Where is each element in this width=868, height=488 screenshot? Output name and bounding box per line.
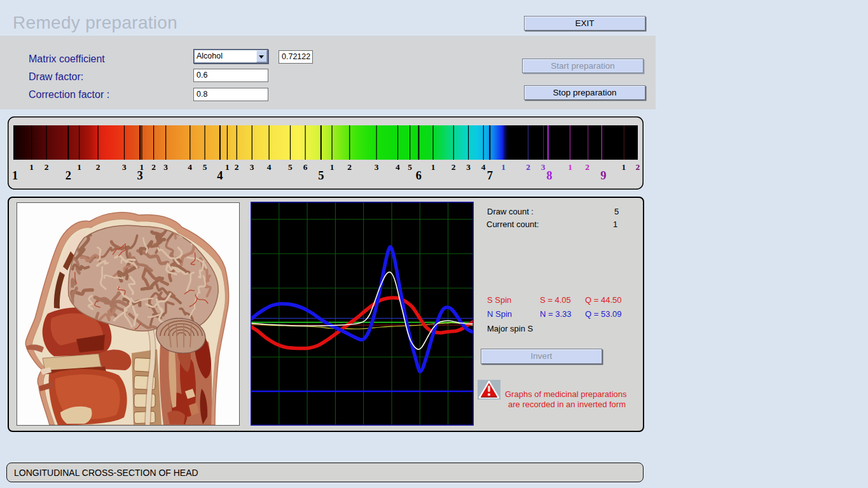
svg-text:3: 3: [250, 162, 254, 172]
svg-text:2: 2: [347, 162, 352, 172]
svg-text:1: 1: [77, 162, 81, 172]
svg-text:9: 9: [600, 169, 606, 182]
svg-text:2: 2: [636, 162, 640, 172]
svg-text:2: 2: [96, 162, 100, 172]
svg-text:1: 1: [621, 162, 626, 172]
svg-text:3: 3: [466, 162, 471, 172]
svg-text:1: 1: [12, 169, 18, 182]
svg-text:4: 4: [217, 169, 223, 182]
svg-text:5: 5: [318, 169, 324, 182]
svg-text:5: 5: [203, 162, 207, 172]
svg-text:8: 8: [546, 169, 552, 182]
svg-text:3: 3: [163, 162, 168, 172]
svg-text:2: 2: [235, 162, 239, 172]
svg-text:7: 7: [487, 169, 493, 182]
svg-text:5: 5: [288, 162, 293, 172]
svg-text:1: 1: [29, 162, 34, 172]
svg-text:2: 2: [45, 162, 49, 172]
svg-text:2: 2: [151, 162, 156, 172]
svg-text:6: 6: [416, 169, 422, 182]
svg-text:3: 3: [122, 162, 127, 172]
svg-text:1: 1: [501, 162, 506, 172]
svg-text:3: 3: [541, 162, 546, 172]
svg-text:4: 4: [188, 162, 192, 172]
svg-text:1: 1: [431, 162, 436, 172]
svg-text:2: 2: [65, 169, 71, 182]
svg-text:5: 5: [408, 162, 412, 172]
svg-text:1: 1: [330, 162, 334, 172]
svg-text:4: 4: [396, 162, 400, 172]
svg-text:3: 3: [375, 162, 379, 172]
svg-text:3: 3: [137, 169, 143, 182]
svg-text:4: 4: [481, 162, 486, 172]
svg-text:1: 1: [568, 162, 572, 172]
svg-text:4: 4: [267, 162, 272, 172]
svg-text:1: 1: [225, 162, 230, 172]
svg-text:2: 2: [451, 162, 456, 172]
svg-text:6: 6: [303, 162, 308, 172]
svg-text:2: 2: [585, 162, 589, 172]
svg-text:2: 2: [526, 162, 530, 172]
